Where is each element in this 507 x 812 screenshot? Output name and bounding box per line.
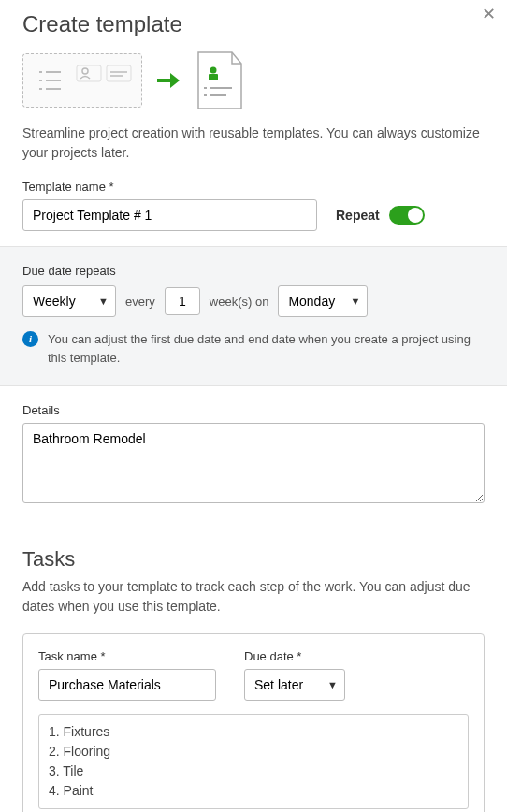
template-name-input[interactable] xyxy=(22,199,317,231)
template-doc-icon xyxy=(195,51,245,110)
list-item: 1. Fixtures xyxy=(49,722,458,742)
svg-rect-7 xyxy=(77,65,101,81)
info-text: You can adjust the first due date and en… xyxy=(48,330,485,367)
details-input[interactable]: Bathroom Remodel xyxy=(22,423,485,503)
details-label: Details xyxy=(22,403,485,417)
illus-source-stack xyxy=(76,62,132,99)
illustration xyxy=(0,51,507,123)
svg-rect-8 xyxy=(107,65,131,81)
tasks-description: Add tasks to your template to track each… xyxy=(22,577,485,616)
task-name-input[interactable] xyxy=(38,669,216,701)
tasks-heading: Tasks xyxy=(22,547,485,572)
interval-input[interactable] xyxy=(165,287,200,315)
card-icon xyxy=(106,65,132,82)
svg-point-6 xyxy=(82,68,88,74)
info-icon: i xyxy=(22,331,38,347)
close-icon[interactable]: ✕ xyxy=(482,4,496,24)
every-label: every xyxy=(125,295,155,309)
frequency-select[interactable]: Weekly xyxy=(22,285,116,317)
repeat-toggle[interactable] xyxy=(389,206,425,225)
due-date-label: Due date * xyxy=(244,649,345,663)
due-date-select[interactable]: Set later xyxy=(244,669,345,701)
day-select[interactable]: Monday xyxy=(278,285,368,317)
page-title: Create template xyxy=(22,11,182,37)
svg-point-11 xyxy=(210,67,216,74)
due-repeat-label: Due date repeats xyxy=(22,264,485,278)
person-icon xyxy=(76,65,102,82)
svg-rect-12 xyxy=(209,74,218,80)
list-item: 3. Tile xyxy=(49,761,458,781)
task-name-label: Task name * xyxy=(38,649,216,663)
illus-source-group xyxy=(22,53,142,108)
repeat-label: Repeat xyxy=(336,208,380,223)
template-name-label: Template name * xyxy=(22,180,485,194)
list-icon xyxy=(33,62,68,99)
task-list[interactable]: 1. Fixtures 2. Flooring 3. Tile 4. Paint xyxy=(38,714,469,809)
list-item: 2. Flooring xyxy=(49,742,458,761)
list-item: 4. Paint xyxy=(49,781,458,801)
page-description: Streamline project creation with reusabl… xyxy=(0,123,507,180)
tasks-box: Task name * Due date * Set later ▼ 1. Fi… xyxy=(22,633,485,812)
arrow-right-icon xyxy=(155,67,181,94)
unit-label: week(s) on xyxy=(210,295,269,309)
